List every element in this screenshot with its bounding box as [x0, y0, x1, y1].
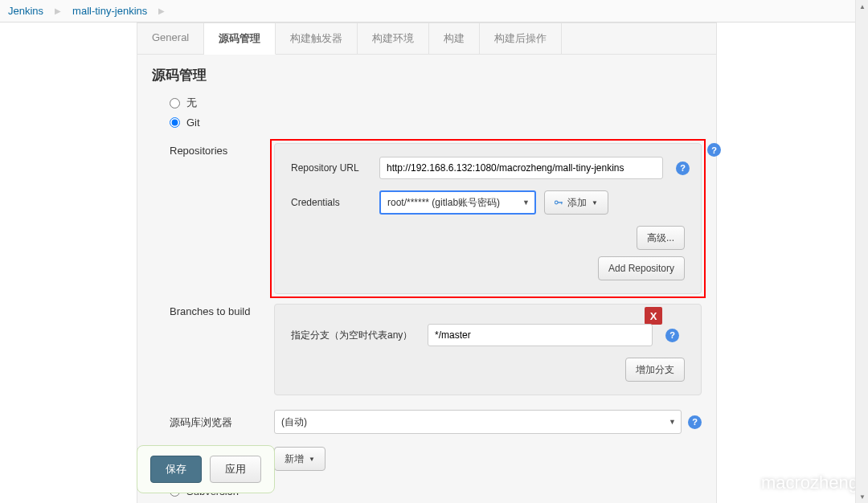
- repo-url-label: Repository URL: [291, 162, 379, 174]
- scm-git-label: Git: [186, 117, 200, 129]
- repositories-group: Repositories ? Repository URL ? Credenti…: [152, 143, 702, 294]
- save-button[interactable]: 保存: [150, 456, 202, 483]
- branch-specifier-label: 指定分支（为空时代表any）: [291, 329, 428, 342]
- help-icon[interactable]: ?: [665, 329, 679, 342]
- tab-triggers[interactable]: 构建触发器: [276, 23, 358, 54]
- breadcrumb-project[interactable]: mall-tiny-jenkins: [72, 5, 147, 17]
- chevron-right-icon: ▶: [55, 6, 61, 15]
- add-repository-button[interactable]: Add Repository: [598, 256, 685, 280]
- main-content: General 源码管理 构建触发器 构建环境 构建 构建后操作 源码管理 无 …: [0, 22, 730, 503]
- branches-group: Branches to build X 指定分支（为空时代表any） ? 增加分…: [152, 304, 702, 395]
- scm-none-label: 无: [186, 96, 197, 110]
- advanced-button[interactable]: 高级...: [637, 226, 685, 250]
- breadcrumb: Jenkins ▶ mall-tiny-jenkins ▶: [0, 0, 868, 22]
- tab-post-build[interactable]: 构建后操作: [480, 23, 562, 54]
- svg-point-6: [738, 478, 740, 481]
- chevron-right-icon: ▶: [158, 6, 165, 15]
- add-branch-button[interactable]: 增加分支: [625, 358, 685, 382]
- help-icon[interactable]: ?: [707, 143, 721, 157]
- credentials-select[interactable]: root/****** (gitlab账号密码) ▼: [379, 190, 536, 215]
- delete-branch-button[interactable]: X: [645, 307, 662, 325]
- repo-browser-select[interactable]: (自动) ▼: [274, 410, 682, 434]
- scroll-up-icon[interactable]: ▲: [856, 0, 868, 13]
- scm-git-input[interactable]: [170, 117, 180, 128]
- config-pane: 源码管理 无 Git Repositories ? Repository URL…: [137, 54, 717, 503]
- help-icon[interactable]: ?: [688, 415, 702, 429]
- chevron-down-icon: ▼: [309, 456, 315, 463]
- scm-none-radio[interactable]: 无: [170, 96, 702, 110]
- branch-specifier-input[interactable]: [428, 324, 653, 346]
- repo-browser-group: 源码库浏览器 (自动) ▼ ?: [152, 410, 702, 434]
- scroll-down-icon[interactable]: ▼: [856, 490, 868, 503]
- chevron-down-icon: ▼: [592, 199, 598, 207]
- help-icon[interactable]: ?: [676, 162, 690, 175]
- chevron-down-icon: ▼: [669, 418, 676, 426]
- scrollbar-vertical[interactable]: ▲ ▼: [855, 0, 868, 503]
- svg-point-5: [731, 478, 734, 481]
- svg-point-8: [747, 484, 749, 486]
- scm-none-input[interactable]: [170, 98, 180, 108]
- svg-point-7: [742, 484, 744, 486]
- watermark: macrozheng: [726, 471, 858, 495]
- repo-url-input[interactable]: [379, 157, 663, 179]
- config-tabs: General 源码管理 构建触发器 构建环境 构建 构建后操作: [137, 22, 717, 54]
- repositories-label: Repositories: [170, 143, 274, 294]
- branches-label: Branches to build: [170, 304, 274, 395]
- credentials-label: Credentials: [291, 197, 379, 208]
- svg-rect-2: [561, 202, 562, 204]
- svg-point-4: [738, 479, 752, 493]
- scm-git-radio[interactable]: Git: [170, 117, 702, 129]
- watermark-text: macrozheng: [761, 472, 858, 493]
- apply-button[interactable]: 应用: [210, 456, 261, 483]
- add-behaviour-label: 新增: [285, 452, 304, 466]
- svg-point-0: [555, 201, 558, 204]
- breadcrumb-jenkins[interactable]: Jenkins: [8, 5, 43, 17]
- repo-browser-label: 源码库浏览器: [170, 414, 274, 430]
- tab-scm[interactable]: 源码管理: [204, 23, 276, 55]
- repo-browser-value: (自动): [281, 415, 307, 429]
- tab-build-env[interactable]: 构建环境: [358, 23, 429, 54]
- tab-general[interactable]: General: [137, 23, 204, 54]
- tab-build[interactable]: 构建: [429, 23, 480, 54]
- add-behaviour-button[interactable]: 新增 ▼: [274, 447, 326, 471]
- add-credentials-button[interactable]: 添加 ▼: [544, 190, 608, 215]
- key-icon: [555, 199, 564, 206]
- section-title: 源码管理: [152, 66, 702, 84]
- footer-action-bar: 保存 应用: [137, 445, 275, 493]
- chevron-down-icon: ▼: [522, 198, 530, 207]
- credentials-value: root/****** (gitlab账号密码): [387, 196, 500, 210]
- wechat-icon: [726, 471, 755, 495]
- add-cred-label: 添加: [567, 196, 587, 210]
